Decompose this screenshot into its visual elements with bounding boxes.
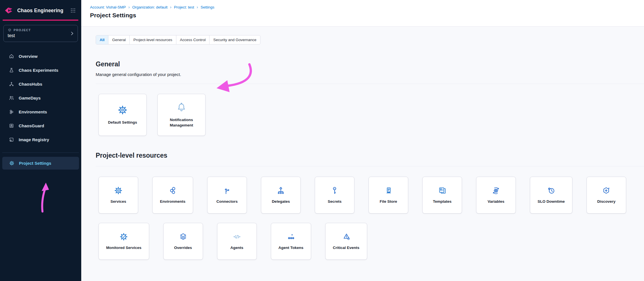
section-divider (96, 166, 644, 166)
card-critical-events[interactable]: Critical Events (325, 223, 367, 260)
card-variables[interactable]: Variables (476, 177, 516, 214)
branch-arrows-icon (222, 186, 232, 195)
bell-icon (176, 102, 187, 113)
key-icon (330, 186, 339, 195)
card-label: Discovery (597, 199, 616, 204)
card-label: Default Settings (108, 120, 137, 125)
hexagon-gear-icon (602, 186, 611, 195)
tab-project-level-resources[interactable]: Project-level resources (130, 35, 176, 44)
registry-icon (8, 137, 14, 143)
sidebar-divider (2, 153, 79, 153)
layers-icon (178, 232, 188, 242)
card-agent-tokens[interactable]: Agent Tokens (271, 223, 311, 260)
chaos-engineering-app: Chaos Engineering PROJECT test Overview … (0, 0, 644, 281)
card-label: Notifications Management (165, 117, 198, 128)
sidebar-item-label: Overview (19, 54, 38, 59)
card-secrets[interactable]: Secrets (315, 177, 354, 214)
home-icon (8, 53, 14, 59)
section-title-general: General (96, 60, 644, 68)
lock-icon (8, 123, 14, 129)
code-icon (232, 232, 242, 242)
card-label: Agent Tokens (279, 245, 303, 250)
templates-icon (437, 186, 447, 195)
section-general: General Manage general configuration of … (96, 60, 644, 136)
sidebar-item-chaos-experiments[interactable]: Chaos Experiments (0, 63, 81, 77)
card-slo-downtime[interactable]: SLO Downtime (530, 177, 572, 214)
tokens-icon (286, 232, 296, 242)
breadcrumb: Account: Vishal-SMP › Organization: defa… (90, 5, 644, 9)
clock-icon (546, 186, 556, 195)
card-label: Critical Events (333, 245, 360, 250)
section-title-project-level-resources: Project-level resources (96, 152, 644, 159)
warning-gear-icon (341, 232, 351, 242)
page-header: Account: Vishal-SMP › Organization: defa… (81, 0, 644, 27)
card-label: Overrides (174, 245, 192, 250)
gear-refresh-icon (491, 186, 501, 195)
sidebar-item-label: Image Registry (19, 137, 49, 142)
resources-row-1: Services Environments Connectors Delegat… (99, 177, 644, 214)
breadcrumb-account[interactable]: Account: Vishal-SMP (90, 5, 126, 9)
flask-icon (8, 67, 14, 73)
card-label: Monitored Services (106, 245, 142, 250)
card-default-settings[interactable]: Default Settings (99, 94, 147, 136)
card-file-store[interactable]: File Store (369, 177, 408, 214)
chevron-right-icon (69, 31, 75, 36)
cube-icon (8, 28, 12, 32)
project-selector[interactable]: PROJECT test (3, 25, 78, 42)
card-connectors[interactable]: Connectors (207, 177, 247, 214)
tab-general[interactable]: General (108, 35, 130, 44)
card-monitored-services[interactable]: Monitored Services (99, 223, 149, 260)
card-label: SLO Downtime (538, 199, 565, 204)
file-icon (384, 186, 393, 195)
rings-icon (8, 109, 14, 115)
project-name: test (8, 33, 74, 38)
card-overrides[interactable]: Overrides (163, 223, 203, 260)
card-environments[interactable]: Environments (152, 177, 193, 214)
section-project-level-resources: Project-level resources Services Environ… (96, 152, 644, 260)
tab-access-control[interactable]: Access Control (176, 35, 210, 44)
product-title: Chaos Engineering (17, 8, 63, 14)
card-label: File Store (380, 199, 397, 204)
people-icon (8, 95, 14, 101)
sidebar-item-gamedays[interactable]: GameDays (0, 91, 81, 105)
card-discovery[interactable]: Discovery (587, 177, 626, 214)
sidebar-item-overview[interactable]: Overview (0, 49, 81, 63)
tab-all[interactable]: All (96, 35, 108, 44)
tab-security-and-governance[interactable]: Security and Governance (209, 35, 260, 44)
breadcrumb-settings[interactable]: Settings (200, 5, 214, 9)
gear-icon (117, 104, 128, 116)
sidebar-item-chaosguard[interactable]: ChaosGuard (0, 119, 81, 133)
sidebar-item-label: GameDays (19, 96, 41, 100)
sidebar-item-chaoshubs[interactable]: ChaosHubs (0, 77, 81, 91)
project-selector-label: PROJECT (14, 28, 31, 32)
project-selector-label-row: PROJECT (8, 28, 74, 32)
card-label: Secrets (328, 199, 342, 204)
sidebar-item-label: ChaosHubs (19, 82, 42, 86)
card-label: Variables (487, 199, 504, 204)
app-switcher-grid-icon[interactable] (70, 7, 76, 14)
general-cards-row: Default Settings Notifications Managemen… (99, 94, 644, 136)
breadcrumb-project[interactable]: Project: test (174, 5, 194, 9)
card-agents[interactable]: Agents (217, 223, 257, 260)
page-title: Project Settings (90, 12, 644, 19)
sidebar-item-image-registry[interactable]: Image Registry (0, 133, 81, 147)
gear-check-icon (119, 232, 129, 242)
hexagons-icon (168, 186, 177, 195)
card-label: Templates (433, 199, 452, 204)
sidebar-item-project-settings[interactable]: Project Settings (2, 157, 79, 170)
hub-icon (8, 81, 14, 87)
card-notifications-management[interactable]: Notifications Management (157, 94, 206, 136)
sidebar-item-label: Project Settings (19, 161, 51, 166)
breadcrumb-organization[interactable]: Organization: default (132, 5, 168, 9)
section-description-general: Manage general configuration of your pro… (96, 72, 644, 77)
card-services[interactable]: Services (99, 177, 138, 214)
section-divider (96, 84, 644, 84)
card-label: Delegates (272, 199, 290, 204)
sidebar-item-environments[interactable]: Environments (0, 105, 81, 119)
card-label: Agents (230, 245, 243, 250)
hierarchy-icon (276, 186, 286, 195)
card-delegates[interactable]: Delegates (261, 177, 301, 214)
card-templates[interactable]: Templates (422, 177, 462, 214)
sidebar-item-label: Chaos Experiments (19, 68, 58, 73)
main-area: Account: Vishal-SMP › Organization: defa… (81, 0, 644, 281)
